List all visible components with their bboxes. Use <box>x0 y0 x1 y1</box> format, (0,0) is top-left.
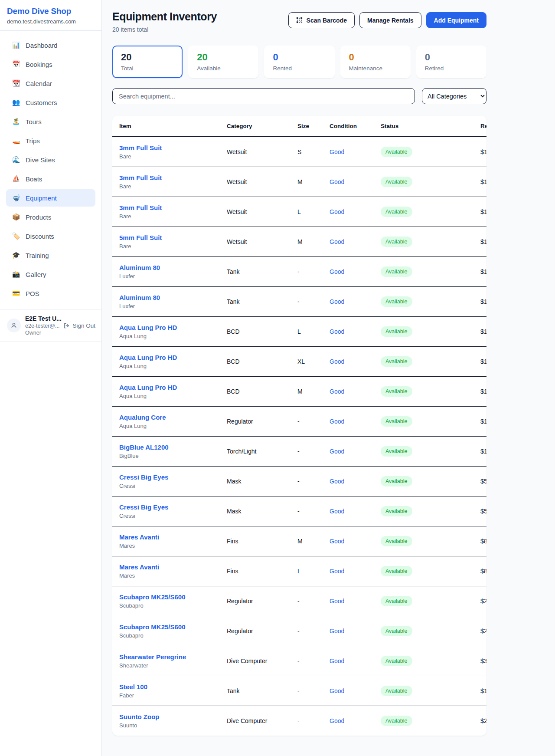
condition-link[interactable]: Good <box>330 568 344 575</box>
status-badge: Available <box>381 416 412 427</box>
table-row: Aqua Lung Pro HD Aqua Lung BCD L Good Av… <box>112 316 486 346</box>
item-link[interactable]: Cressi Big Eyes <box>119 473 168 481</box>
sidebar-item[interactable]: 🌊 Dive Sites <box>6 151 95 168</box>
item-link[interactable]: Shearwater Peregrine <box>119 653 186 661</box>
stat-card[interactable]: 0 Retired <box>416 46 486 78</box>
condition-link[interactable]: Good <box>330 418 344 425</box>
condition-link[interactable]: Good <box>330 178 344 185</box>
sidebar-item[interactable]: ⛵ Boats <box>6 170 95 187</box>
condition-link[interactable]: Good <box>330 358 344 365</box>
condition-link[interactable]: Good <box>330 238 344 245</box>
status-badge: Available <box>381 237 412 247</box>
cell-condition: Good <box>330 628 381 634</box>
status-badge: Available <box>381 207 412 217</box>
cell-category: Tank <box>227 268 297 275</box>
cell-status: Available <box>381 566 480 576</box>
condition-link[interactable]: Good <box>330 298 344 305</box>
item-link[interactable]: 5mm Full Suit <box>119 234 162 241</box>
condition-link[interactable]: Good <box>330 478 344 485</box>
stat-card[interactable]: 0 Maintenance <box>340 46 411 78</box>
brand-title[interactable]: Demo Dive Shop <box>7 7 95 16</box>
condition-link[interactable]: Good <box>330 657 344 664</box>
condition-link[interactable]: Good <box>330 448 344 455</box>
search-input[interactable] <box>112 88 415 104</box>
cell-size: - <box>297 478 330 485</box>
item-link[interactable]: Cressi Big Eyes <box>119 503 168 511</box>
condition-link[interactable]: Good <box>330 388 344 395</box>
sidebar-item[interactable]: 📊 Dashboard <box>6 36 95 54</box>
cell-condition: Good <box>330 478 381 485</box>
condition-link[interactable]: Good <box>330 538 344 545</box>
item-link[interactable]: Aqua Lung Pro HD <box>119 354 177 361</box>
cell-status: Available <box>381 326 480 337</box>
item-link[interactable]: Aqualung Core <box>119 414 166 421</box>
item-link[interactable]: 3mm Full Suit <box>119 174 162 181</box>
sidebar-nav: 📊 Dashboard 📅 Bookings 📆 Calendar 👥 Cust… <box>0 31 101 308</box>
item-brand: Bare <box>119 183 227 190</box>
sidebar-item[interactable]: 🚤 Trips <box>6 132 95 149</box>
sidebar-item[interactable]: 🏝️ Tours <box>6 113 95 130</box>
table-row: Shearwater Peregrine Shearwater Dive Com… <box>112 646 486 676</box>
item-link[interactable]: Mares Avanti <box>119 533 159 541</box>
stat-label: Retired <box>425 65 478 72</box>
sidebar-item[interactable]: 📸 Gallery <box>6 266 95 283</box>
stat-card[interactable]: 20 Available <box>188 46 258 78</box>
sidebar-item[interactable]: 🏷️ Discounts <box>6 227 95 245</box>
item-link[interactable]: Aqua Lung Pro HD <box>119 324 177 331</box>
cell-status: Available <box>381 476 480 486</box>
item-link[interactable]: Scubapro MK25/S600 <box>119 593 186 601</box>
table-row: 5mm Full Suit Bare Wetsuit M Good Availa… <box>112 227 486 256</box>
condition-link[interactable]: Good <box>330 717 344 724</box>
condition-link[interactable]: Good <box>330 508 344 515</box>
sidebar-item[interactable]: 📦 Products <box>6 208 95 226</box>
cell-category: Fins <box>227 568 297 575</box>
item-link[interactable]: 3mm Full Suit <box>119 204 162 211</box>
sidebar-item[interactable]: 🤿 Equipment <box>6 189 95 207</box>
add-equipment-button[interactable]: Add Equipment <box>426 12 486 28</box>
condition-link[interactable]: Good <box>330 268 344 275</box>
item-link[interactable]: Steel 100 <box>119 683 147 690</box>
sidebar-item[interactable]: 👥 Customers <box>6 94 95 111</box>
cell-condition: Good <box>330 388 381 395</box>
item-link[interactable]: BigBlue AL1200 <box>119 444 169 451</box>
condition-link[interactable]: Good <box>330 598 344 605</box>
item-brand: Aqua Lung <box>119 333 227 339</box>
column-header-item: Item <box>119 123 227 129</box>
item-link[interactable]: Aqua Lung Pro HD <box>119 384 177 391</box>
sidebar-item[interactable]: 📅 Bookings <box>6 56 95 73</box>
sidebar-item[interactable]: 📆 Calendar <box>6 75 95 92</box>
sidebar-item[interactable]: 🎓 Training <box>6 247 95 264</box>
item-link[interactable]: Scubapro MK25/S600 <box>119 623 186 631</box>
condition-link[interactable]: Good <box>330 148 344 155</box>
status-badge: Available <box>381 326 412 337</box>
manage-rentals-label: Manage Rentals <box>367 17 414 24</box>
cell-item: Steel 100 Faber <box>119 683 227 699</box>
stat-card[interactable]: 0 Rented <box>264 46 334 78</box>
cell-item: Aqualung Core Aqua Lung <box>119 414 227 429</box>
status-badge: Available <box>381 386 412 397</box>
stat-card[interactable]: 20 Total <box>112 46 183 78</box>
item-link[interactable]: 3mm Full Suit <box>119 144 162 151</box>
status-badge: Available <box>381 566 412 576</box>
category-select[interactable]: All Categories <box>422 88 486 104</box>
item-link[interactable]: Mares Avanti <box>119 563 159 571</box>
cell-size: XL <box>297 358 330 365</box>
manage-rentals-button[interactable]: Manage Rentals <box>359 12 421 28</box>
item-link[interactable]: Aluminum 80 <box>119 264 160 271</box>
sign-out-button[interactable]: Sign Out <box>63 322 95 329</box>
cell-rental: $35.00/day <box>480 657 486 664</box>
item-link[interactable]: Suunto Zoop <box>119 713 159 720</box>
cell-category: Tank <box>227 687 297 694</box>
table-row: Mares Avanti Mares Fins M Good Available… <box>112 526 486 556</box>
scan-barcode-button[interactable]: Scan Barcode <box>288 12 355 28</box>
table-row: Aqua Lung Pro HD Aqua Lung BCD M Good Av… <box>112 376 486 406</box>
brand-domain: demo.test.divestreams.com <box>7 18 95 25</box>
cell-status: Available <box>381 596 480 606</box>
sidebar-item[interactable]: 💳 POS <box>6 285 95 302</box>
item-link[interactable]: Aluminum 80 <box>119 294 160 301</box>
condition-link[interactable]: Good <box>330 328 344 335</box>
condition-link[interactable]: Good <box>330 628 344 634</box>
cell-size: M <box>297 178 330 185</box>
condition-link[interactable]: Good <box>330 208 344 215</box>
condition-link[interactable]: Good <box>330 687 344 694</box>
